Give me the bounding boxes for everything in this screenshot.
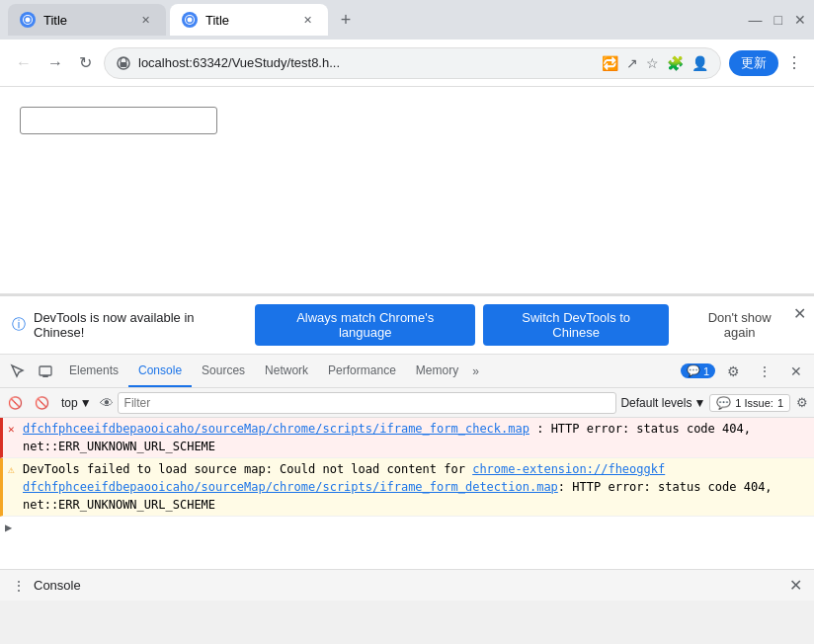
inspect-icon[interactable]	[4, 358, 32, 385]
context-label: top	[61, 396, 78, 410]
tab-2[interactable]: Title ✕	[170, 4, 328, 36]
banner-text: DevTools is now available in Chinese!	[34, 310, 247, 340]
lock-icon	[117, 56, 130, 70]
window-controls: — □ ✕	[749, 12, 806, 28]
devtools-panel: ⓘ DevTools is now available in Chinese! …	[0, 294, 814, 601]
extension-icon[interactable]: 🧩	[667, 55, 684, 71]
console-filter-bar: 🚫 🚫 top ▼ 👁 Default levels ▼ 💬 1 Issue: …	[0, 388, 814, 418]
maximize-button[interactable]: □	[774, 12, 782, 28]
match-language-button[interactable]: Always match Chrome's language	[255, 304, 475, 346]
live-expressions-icon[interactable]: 👁	[100, 395, 114, 411]
url-bar[interactable]: localhost:63342/VueStudy/test8.h... 🔁 ↗ …	[104, 47, 721, 79]
page-content	[0, 87, 814, 294]
tab-console[interactable]: Console	[128, 355, 192, 387]
device-toolbar-icon[interactable]	[32, 358, 59, 385]
log-levels-dropdown[interactable]: Default levels ▼	[620, 396, 705, 410]
more-options-icon[interactable]: ⋮	[751, 358, 778, 385]
tab-sources[interactable]: Sources	[192, 355, 255, 387]
error-text-1: dfchfphceeifdbepaooi​caho/sourceMap/chro…	[23, 422, 751, 453]
svg-rect-4	[40, 366, 51, 375]
translate-icon[interactable]: 🔁	[602, 55, 618, 71]
console-entry-warning-1: ⚠ DevTools failed to load source map: Co…	[0, 458, 814, 517]
svg-rect-5	[42, 375, 48, 377]
minimize-button[interactable]: —	[749, 12, 763, 28]
badge-icon: 💬	[687, 364, 700, 377]
forward-button[interactable]: →	[43, 50, 67, 76]
issue-icon: 💬	[716, 396, 731, 410]
error-link-1[interactable]: dfchfphceeifdbepaooi​caho/sourceMap/chro…	[23, 422, 529, 436]
more-tabs-button[interactable]: »	[468, 361, 483, 382]
devtools-banner: ⓘ DevTools is now available in Chinese! …	[0, 296, 814, 355]
settings-icon[interactable]: ⚙	[719, 358, 747, 385]
clear-console-icon[interactable]: 🚫	[4, 394, 27, 412]
console-entry-error-1: ✕ dfchfphceeifdbepaooi​caho/sourceMap/ch…	[0, 418, 814, 458]
dont-show-again-button[interactable]: Don't show again	[677, 304, 802, 346]
new-tab-button[interactable]: +	[332, 6, 360, 34]
tab-network[interactable]: Network	[255, 355, 318, 387]
reload-button[interactable]: ↻	[75, 49, 96, 76]
switch-devtools-button[interactable]: Switch DevTools to Chinese	[483, 304, 669, 346]
profile-icon[interactable]: 👤	[692, 55, 708, 71]
prompt-icon: ▶	[5, 521, 12, 534]
url-bar-icons: 🔁 ↗ ☆ 🧩 👤	[602, 55, 708, 71]
tab-1-favicon	[20, 12, 36, 28]
dropdown-arrow: ▼	[80, 396, 92, 410]
console-prompt[interactable]: ▶	[0, 517, 814, 524]
filter-toggle-icon[interactable]: 🚫	[31, 394, 53, 412]
tab-2-title: Title	[205, 13, 290, 28]
console-settings-icon[interactable]: ⚙	[794, 393, 810, 412]
close-button[interactable]: ✕	[794, 12, 806, 28]
warning-icon: ⚠	[8, 462, 15, 479]
warning-text-1: DevTools failed to load source map: Coul…	[23, 462, 773, 512]
bookmark-icon[interactable]: ☆	[646, 55, 659, 71]
tab-2-close[interactable]: ✕	[298, 11, 316, 29]
toolbar-right: 💬 1 ⚙ ⋮ ✕	[681, 358, 810, 385]
drawer-close-button[interactable]: ✕	[789, 576, 802, 595]
devtools-toolbar: Elements Console Sources Network Perform…	[0, 355, 814, 388]
tab-1-title: Title	[43, 13, 128, 28]
more-button[interactable]: ⋮	[786, 53, 802, 72]
tab-2-favicon	[182, 12, 198, 28]
tab-memory[interactable]: Memory	[406, 355, 468, 387]
tab-performance[interactable]: Performance	[318, 355, 406, 387]
drawer-icon[interactable]: ⋮	[12, 578, 26, 594]
tab-elements[interactable]: Elements	[59, 355, 128, 387]
tab-1-close[interactable]: ✕	[136, 11, 154, 29]
address-bar: ← → ↻ localhost:63342/VueStudy/test8.h..…	[0, 40, 814, 87]
issue-label: 1 Issue:	[735, 397, 773, 409]
update-button[interactable]: 更新	[729, 50, 778, 76]
share-icon[interactable]: ↗	[626, 55, 638, 71]
info-icon: ⓘ	[12, 316, 26, 334]
close-devtools-icon[interactable]: ✕	[782, 358, 810, 385]
back-button[interactable]: ←	[12, 50, 36, 76]
badge-count: 1	[703, 365, 709, 377]
levels-arrow: ▼	[693, 396, 705, 410]
tab-1[interactable]: Title ✕	[8, 4, 166, 36]
page-input[interactable]	[20, 107, 217, 134]
console-output[interactable]: ✕ dfchfphceeifdbepaooi​caho/sourceMap/ch…	[0, 418, 814, 569]
svg-rect-3	[121, 62, 127, 67]
devtools-bottom-bar: ⋮ Console ✕	[0, 569, 814, 601]
title-bar: Title ✕ Title ✕ + — □ ✕	[0, 0, 814, 40]
context-dropdown[interactable]: top ▼	[57, 394, 96, 412]
warning-link-1[interactable]: chrome-extension://fheoggkf​dfchfphceeif…	[23, 462, 665, 494]
issue-count: 1	[777, 397, 783, 409]
error-icon: ✕	[8, 422, 15, 439]
issues-badge[interactable]: 💬 1 Issue: 1	[709, 394, 790, 412]
console-badge: 💬 1	[681, 363, 715, 378]
filter-input[interactable]	[118, 392, 617, 414]
bottom-console-label: Console	[34, 578, 81, 593]
banner-close-button[interactable]: ✕	[793, 304, 806, 323]
url-text: localhost:63342/VueStudy/test8.h...	[138, 55, 340, 70]
